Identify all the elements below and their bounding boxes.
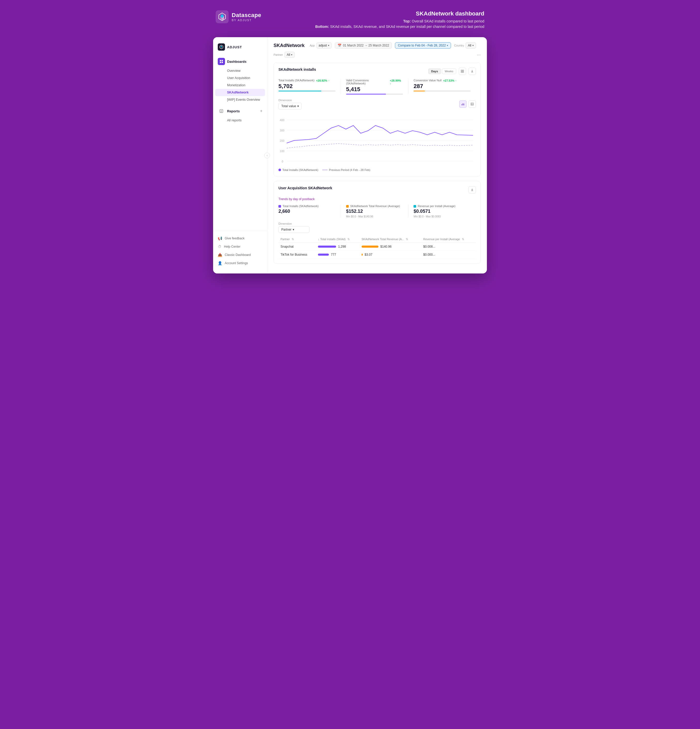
top-label: Top: (403, 19, 411, 23)
dimension-select-1[interactable]: Total value ▾ (279, 103, 302, 109)
sidebar-collapse-button[interactable]: ‹ (264, 152, 270, 158)
dimension-selector-1: Dimension Total value ▾ (279, 99, 302, 109)
sort-installs-icon[interactable]: ⇅ (347, 238, 350, 241)
reports-header: Reports + (215, 105, 265, 117)
sort-rpi-icon[interactable]: ⇅ (462, 238, 464, 241)
sidebar-item-classic-dashboard[interactable]: 📤 Classic Dashboard (215, 251, 265, 259)
metric2-bar-fill (346, 94, 386, 94)
dashboards-icon (218, 58, 225, 65)
app-label: App (310, 44, 315, 47)
sidebar-item-help-center[interactable]: ⏱ Help Center (215, 243, 265, 251)
country-filter[interactable]: Country All ▾ (454, 42, 476, 49)
table-view-button[interactable] (469, 100, 476, 108)
metric2-2-color (346, 205, 349, 208)
header-bottom-desc: Bottom: SKAd installs, SKAd revenue, and… (315, 24, 484, 29)
export-section2-button[interactable] (469, 186, 476, 193)
sort-revenue-icon[interactable]: ⇅ (406, 238, 408, 241)
metrics-row-2: Total Installs (SKAdNetwork) 2,660 SKAdN… (279, 205, 476, 218)
sidebar-item-events-overview[interactable]: [WIP] Events Overview (215, 96, 265, 103)
weeks-toggle-button[interactable]: Weeks (442, 68, 456, 74)
sidebar: ADJUST Dashboards Overview (213, 37, 267, 273)
country-value: All (468, 44, 471, 47)
section2-title: User Acquisition SKAdNetwork (279, 186, 332, 190)
metric2-3-color (414, 205, 416, 208)
td-tiktok-rpi: $0.000... (421, 251, 476, 259)
days-toggle-button[interactable]: Days (428, 68, 441, 74)
metric3-label: Conversion Value Null (414, 79, 441, 82)
svg-rect-4 (222, 62, 223, 63)
page-wrapper: Datascape by ADJUST SKAdNetwork dashboar… (213, 10, 487, 273)
more-options-button[interactable]: ··· (477, 52, 481, 58)
partner-filter[interactable]: Partner All ▾ (273, 52, 295, 58)
sidebar-item-skadnetwork[interactable]: SKAdNetwork (215, 89, 265, 96)
sidebar-item-user-acquisition[interactable]: User Acquisition (215, 74, 265, 81)
date-range-value: 01 March 2022 → 25 March 2022 (343, 44, 389, 47)
svg-rect-14 (463, 103, 463, 105)
legend-current: Total Installs (SKAdNetwork) (279, 168, 318, 171)
bottom-text: SKAd installs, SKAd revenue, and SKAd re… (330, 25, 484, 29)
partner-select[interactable]: All ▾ (285, 52, 295, 58)
metric2-1-value: 2,660 (279, 209, 335, 214)
app-filter[interactable]: App adjust ▾ (310, 42, 332, 49)
dimension-row-1: Dimension Total value ▾ (279, 99, 476, 109)
adjust-logo-icon (218, 44, 225, 51)
account-label: Account Settings (225, 261, 248, 265)
compare-filter[interactable]: Compare to Feb 04 - Feb 28, 2022 ▾ (395, 42, 451, 49)
snapchat-installs-bar (318, 245, 336, 248)
metric2-2-value: $152.12 (346, 209, 403, 214)
compare-label: Compare to (398, 44, 414, 47)
snapchat-revenue-bar (362, 245, 378, 248)
sidebar-logo: ADJUST (213, 44, 267, 56)
top-header: Datascape by ADJUST SKAdNetwork dashboar… (213, 10, 487, 29)
data-table-section: Partner ⇅ ↓ Total installs (SKAd) ⇅ SKAd… (279, 236, 476, 259)
dimension-select-2[interactable]: Partner ▾ (279, 226, 309, 233)
metric2-bar (346, 94, 403, 94)
metric-revenue: SKAdNetwork Total Revenue (Average) $152… (341, 205, 408, 218)
td-tiktok-partner: TikTok for Business (279, 251, 316, 259)
classic-icon: 📤 (218, 253, 222, 257)
svg-rect-2 (222, 60, 223, 61)
metric1-bar-fill (279, 91, 321, 91)
country-select[interactable]: All ▾ (465, 42, 476, 49)
dashboards-header[interactable]: Dashboards (215, 56, 265, 67)
metric1-bar (279, 91, 335, 91)
sidebar-item-overview[interactable]: Overview (215, 67, 265, 74)
sidebar-item-monetization[interactable]: Monetization (215, 81, 265, 89)
metric1-change: +28.92% ↑ (316, 79, 329, 82)
svg-rect-15 (464, 103, 464, 105)
sidebar-item-account-settings[interactable]: 👤 Account Settings (215, 259, 265, 267)
reports-add-button[interactable]: + (260, 109, 263, 113)
app-select[interactable]: adjust ▾ (317, 42, 332, 49)
bar-chart-button[interactable] (459, 100, 466, 108)
metric2-3-label: Revenue per Install (Average) (418, 205, 455, 208)
dimension-section-2: Dimension Partner ▾ (279, 222, 476, 233)
sidebar-item-give-feedback[interactable]: 📢 Give feedback (215, 234, 265, 243)
expand-chart-button[interactable] (459, 68, 466, 75)
snapchat-installs-value: 1,298 (338, 245, 346, 248)
metric-conversion-null: Conversion Value Null +27.53% ↑ 287 (408, 79, 476, 94)
partner-chevron-icon: ▾ (291, 54, 292, 56)
tiktok-revenue-bar (362, 254, 363, 256)
snapchat-installs-cell: 1,298 (318, 245, 357, 248)
previous-line (287, 144, 473, 148)
tiktok-installs-value: 777 (331, 253, 336, 256)
section1-title: SKAdNetwork installs (279, 67, 316, 71)
tiktok-installs-bar (318, 254, 329, 256)
y-label-400: 400 (280, 119, 285, 122)
td-snapchat-installs: 1,298 (316, 243, 359, 251)
export-section1-button[interactable] (469, 68, 476, 75)
dimension-label-1: Dimension (279, 99, 302, 102)
reports-label: Reports (227, 109, 240, 113)
svg-rect-10 (463, 70, 464, 71)
legend-current-dot (279, 168, 281, 171)
date-range-filter[interactable]: 📅 01 March 2022 → 25 March 2022 (335, 42, 392, 49)
sort-partner-icon[interactable]: ⇅ (292, 238, 294, 241)
th-partner: Partner ⇅ (279, 236, 316, 243)
calendar-icon: 📅 (338, 44, 341, 47)
sidebar-item-all-reports[interactable]: All reports (215, 117, 265, 124)
metric3-bar (414, 91, 471, 91)
metric3-change: +27.53% ↑ (443, 79, 456, 82)
metric2-3-sub: Min $0.0 - Max $0.0083 (414, 215, 471, 218)
account-icon: 👤 (218, 261, 222, 265)
metric2-1-label: Total Installs (SKAdNetwork) (283, 205, 318, 208)
